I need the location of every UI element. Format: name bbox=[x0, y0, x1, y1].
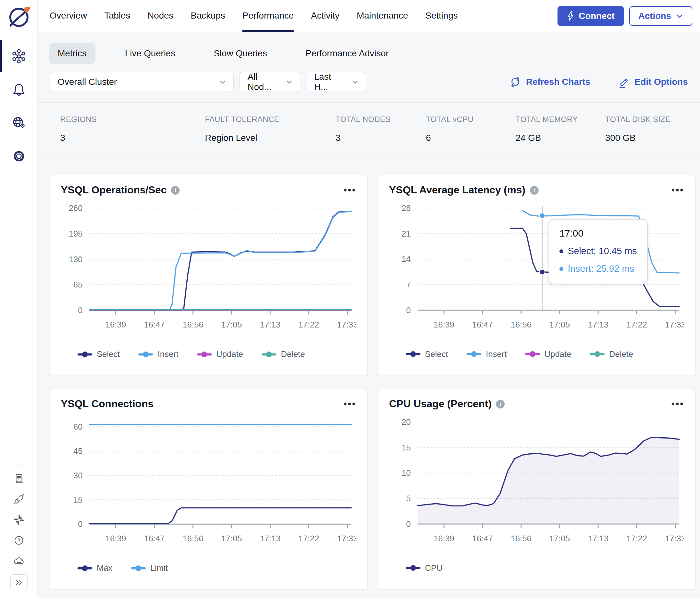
actions-button[interactable]: Actions bbox=[629, 6, 692, 26]
connect-button[interactable]: Connect bbox=[557, 6, 624, 26]
info-icon[interactable] bbox=[496, 400, 505, 409]
chart-menu-button[interactable]: ••• bbox=[343, 399, 356, 409]
svg-text:17:33: 17:33 bbox=[337, 320, 356, 329]
chart-title: YSQL Operations/Sec bbox=[61, 184, 167, 196]
svg-text:7: 7 bbox=[406, 280, 410, 289]
tab-activity[interactable]: Activity bbox=[311, 0, 340, 32]
legend-label: Limit bbox=[150, 563, 168, 573]
legend-label: Delete bbox=[281, 349, 305, 359]
svg-text:65: 65 bbox=[73, 280, 83, 289]
chart-menu-button[interactable]: ••• bbox=[671, 185, 684, 195]
svg-text:0: 0 bbox=[78, 306, 82, 315]
chevron-down-icon bbox=[351, 78, 359, 86]
performance-subtabs: Metrics Live Queries Slow Queries Perfor… bbox=[49, 43, 700, 64]
legend-marker-icon bbox=[525, 351, 540, 357]
chart-legend: CPU bbox=[389, 563, 684, 573]
refresh-charts-button[interactable]: Refresh Charts bbox=[509, 76, 591, 88]
info-icon[interactable] bbox=[171, 186, 180, 194]
legend-label: Insert bbox=[486, 349, 506, 359]
legend-item: Insert bbox=[467, 349, 506, 359]
time-range-select[interactable]: Last H... bbox=[306, 72, 366, 92]
subtab-metrics[interactable]: Metrics bbox=[49, 43, 95, 64]
svg-text:0: 0 bbox=[406, 306, 410, 315]
svg-text:21: 21 bbox=[402, 229, 411, 238]
tab-tables[interactable]: Tables bbox=[104, 0, 130, 32]
svg-text:20: 20 bbox=[402, 417, 411, 426]
svg-text:16:47: 16:47 bbox=[144, 320, 165, 329]
legend-item: Insert bbox=[138, 349, 178, 359]
subtab-live-queries[interactable]: Live Queries bbox=[116, 43, 184, 64]
legend-marker-icon bbox=[197, 351, 212, 358]
help-icon: ? bbox=[13, 534, 25, 546]
tab-maintenance[interactable]: Maintenance bbox=[357, 0, 408, 32]
sidebar-item-clusters[interactable] bbox=[0, 40, 38, 73]
chart-title: YSQL Average Latency (ms) bbox=[389, 184, 525, 196]
legend-label: Max bbox=[97, 563, 112, 573]
sidebar-item-integrations[interactable] bbox=[0, 489, 38, 510]
chart-menu-button[interactable]: ••• bbox=[343, 185, 356, 195]
subtab-performance-advisor[interactable]: Performance Advisor bbox=[297, 43, 398, 64]
tab-nodes[interactable]: Nodes bbox=[148, 0, 174, 32]
legend-label: Insert bbox=[157, 349, 178, 359]
tab-backups[interactable]: Backups bbox=[191, 0, 225, 32]
info-icon[interactable] bbox=[530, 186, 539, 194]
svg-text:17:22: 17:22 bbox=[298, 534, 319, 543]
chevron-down-icon bbox=[219, 78, 226, 86]
sidebar-item-status[interactable] bbox=[0, 551, 38, 571]
nodes-select[interactable]: All Nod... bbox=[240, 72, 300, 92]
sidebar-item-help[interactable]: ? bbox=[0, 530, 38, 551]
edit-pencil-icon bbox=[617, 76, 630, 88]
svg-text:16:39: 16:39 bbox=[105, 320, 126, 329]
chart-title: CPU Usage (Percent) bbox=[389, 398, 492, 410]
tab-performance[interactable]: Performance bbox=[243, 0, 294, 32]
svg-text:17:13: 17:13 bbox=[260, 320, 280, 329]
stat-total-vcpu: TOTAL vCPU6 bbox=[426, 115, 516, 143]
chart-menu-button[interactable]: ••• bbox=[671, 399, 684, 409]
svg-text:16:56: 16:56 bbox=[182, 320, 203, 329]
legend-marker-icon bbox=[467, 351, 481, 357]
svg-text:130: 130 bbox=[69, 255, 83, 264]
subtab-slow-queries[interactable]: Slow Queries bbox=[205, 43, 276, 64]
svg-text:5: 5 bbox=[406, 494, 410, 503]
legend-marker-icon bbox=[131, 565, 146, 571]
tooltip-entry: Insert: 25.92 ms bbox=[559, 263, 637, 274]
edit-options-button[interactable]: Edit Options bbox=[617, 76, 688, 88]
stat-total-nodes: TOTAL NODES3 bbox=[335, 115, 426, 143]
sidebar-item-network[interactable] bbox=[0, 106, 38, 139]
sidebar-item-alerts[interactable] bbox=[0, 73, 38, 106]
slack-icon bbox=[13, 514, 25, 526]
gear-icon bbox=[11, 149, 26, 163]
tooltip-entry: Select: 10.45 ms bbox=[559, 246, 637, 256]
tab-overview[interactable]: Overview bbox=[50, 0, 87, 32]
svg-text:17:22: 17:22 bbox=[298, 320, 319, 329]
legend-label: Select bbox=[425, 349, 448, 359]
tab-settings[interactable]: Settings bbox=[425, 0, 457, 32]
svg-text:17:22: 17:22 bbox=[626, 320, 647, 329]
chart-title: YSQL Connections bbox=[61, 398, 153, 410]
stat-regions: REGIONS3 bbox=[60, 115, 205, 143]
chevron-down-icon bbox=[676, 12, 683, 20]
cluster-select[interactable]: Overall Cluster bbox=[50, 72, 234, 92]
svg-text:15: 15 bbox=[73, 495, 83, 504]
svg-text:17:13: 17:13 bbox=[588, 320, 609, 329]
legend-label: Update bbox=[216, 349, 243, 359]
legend-label: Select bbox=[97, 349, 120, 359]
chart-tooltip: 17:00 Select: 10.45 msInsert: 25.92 ms bbox=[549, 219, 648, 284]
cloud-icon bbox=[13, 555, 25, 567]
sidebar-expand-button[interactable] bbox=[10, 574, 28, 591]
sidebar-item-slack[interactable] bbox=[0, 510, 38, 530]
svg-text:195: 195 bbox=[69, 229, 83, 238]
svg-text:17:33: 17:33 bbox=[665, 320, 684, 329]
chart-card-ysql-operations: YSQL Operations/Sec ••• 06513019526016:3… bbox=[50, 175, 368, 376]
legend-item: Delete bbox=[590, 349, 633, 359]
svg-text:260: 260 bbox=[69, 204, 83, 213]
app-logo[interactable] bbox=[7, 4, 31, 29]
sidebar-item-docs[interactable] bbox=[0, 469, 38, 489]
svg-text:14: 14 bbox=[402, 255, 411, 263]
chart-card-ysql-latency: YSQL Average Latency (ms) ••• 0714212816… bbox=[378, 175, 696, 376]
sidebar-item-settings[interactable] bbox=[0, 139, 38, 173]
svg-text:17:13: 17:13 bbox=[260, 534, 280, 543]
svg-text:16:39: 16:39 bbox=[433, 534, 454, 543]
svg-text:?: ? bbox=[17, 538, 21, 543]
legend-item: Max bbox=[77, 563, 112, 573]
